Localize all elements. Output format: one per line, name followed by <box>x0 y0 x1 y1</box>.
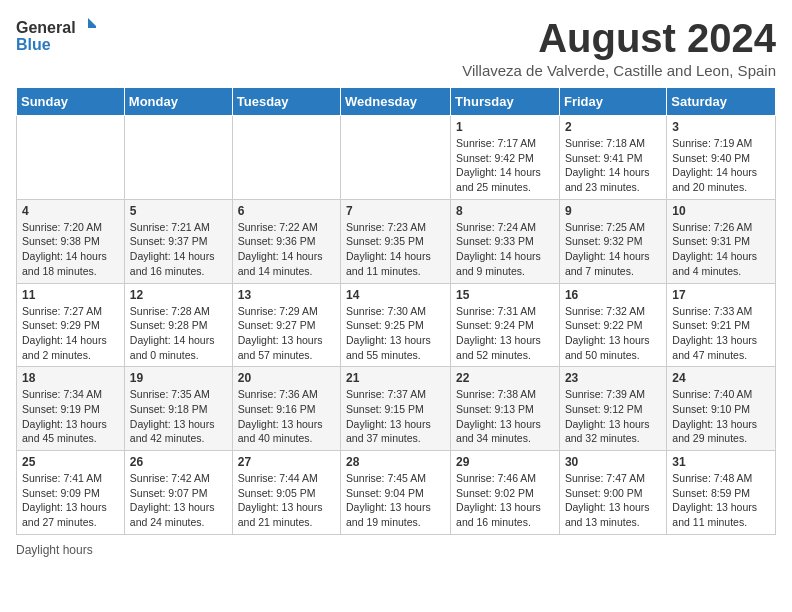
cell-content: Sunrise: 7:38 AM Sunset: 9:13 PM Dayligh… <box>456 387 554 446</box>
calendar-cell: 1 Sunrise: 7:17 AM Sunset: 9:42 PM Dayli… <box>451 116 560 200</box>
cell-content: Sunrise: 7:47 AM Sunset: 9:00 PM Dayligh… <box>565 471 661 530</box>
daylight-text: Daylight: 13 hours and 57 minutes. <box>238 334 323 361</box>
cell-content: Sunrise: 7:25 AM Sunset: 9:32 PM Dayligh… <box>565 220 661 279</box>
daylight-text: Daylight: 14 hours and 20 minutes. <box>672 166 757 193</box>
daylight-text: Daylight: 13 hours and 16 minutes. <box>456 501 541 528</box>
sunrise-text: Sunrise: 7:33 AM <box>672 305 752 317</box>
day-number: 29 <box>456 455 554 469</box>
cell-content: Sunrise: 7:35 AM Sunset: 9:18 PM Dayligh… <box>130 387 227 446</box>
sunrise-text: Sunrise: 7:36 AM <box>238 388 318 400</box>
day-number: 20 <box>238 371 335 385</box>
calendar-cell: 6 Sunrise: 7:22 AM Sunset: 9:36 PM Dayli… <box>232 199 340 283</box>
daylight-text: Daylight: 13 hours and 52 minutes. <box>456 334 541 361</box>
svg-marker-2 <box>88 18 96 28</box>
calendar-cell: 9 Sunrise: 7:25 AM Sunset: 9:32 PM Dayli… <box>559 199 666 283</box>
title-block: August 2024 Villaveza de Valverde, Casti… <box>462 16 776 79</box>
sunrise-text: Sunrise: 7:22 AM <box>238 221 318 233</box>
cell-content: Sunrise: 7:19 AM Sunset: 9:40 PM Dayligh… <box>672 136 770 195</box>
calendar-cell: 30 Sunrise: 7:47 AM Sunset: 9:00 PM Dayl… <box>559 451 666 535</box>
sunrise-text: Sunrise: 7:38 AM <box>456 388 536 400</box>
sunrise-text: Sunrise: 7:37 AM <box>346 388 426 400</box>
calendar-week-1: 1 Sunrise: 7:17 AM Sunset: 9:42 PM Dayli… <box>17 116 776 200</box>
sunrise-text: Sunrise: 7:30 AM <box>346 305 426 317</box>
sunset-text: Sunset: 9:32 PM <box>565 235 643 247</box>
cell-content: Sunrise: 7:29 AM Sunset: 9:27 PM Dayligh… <box>238 304 335 363</box>
day-number: 6 <box>238 204 335 218</box>
calendar-header-saturday: Saturday <box>667 88 776 116</box>
sunset-text: Sunset: 9:07 PM <box>130 487 208 499</box>
sunset-text: Sunset: 9:05 PM <box>238 487 316 499</box>
svg-text:General: General <box>16 19 76 36</box>
daylight-text: Daylight: 13 hours and 32 minutes. <box>565 418 650 445</box>
sunset-text: Sunset: 9:15 PM <box>346 403 424 415</box>
sunrise-text: Sunrise: 7:40 AM <box>672 388 752 400</box>
cell-content: Sunrise: 7:23 AM Sunset: 9:35 PM Dayligh… <box>346 220 445 279</box>
day-number: 4 <box>22 204 119 218</box>
day-number: 28 <box>346 455 445 469</box>
cell-content: Sunrise: 7:33 AM Sunset: 9:21 PM Dayligh… <box>672 304 770 363</box>
calendar-cell: 31 Sunrise: 7:48 AM Sunset: 8:59 PM Dayl… <box>667 451 776 535</box>
cell-content: Sunrise: 7:21 AM Sunset: 9:37 PM Dayligh… <box>130 220 227 279</box>
calendar-cell: 13 Sunrise: 7:29 AM Sunset: 9:27 PM Dayl… <box>232 283 340 367</box>
sunrise-text: Sunrise: 7:24 AM <box>456 221 536 233</box>
cell-content: Sunrise: 7:45 AM Sunset: 9:04 PM Dayligh… <box>346 471 445 530</box>
day-number: 18 <box>22 371 119 385</box>
daylight-text: Daylight: 13 hours and 29 minutes. <box>672 418 757 445</box>
sunset-text: Sunset: 9:42 PM <box>456 152 534 164</box>
day-number: 27 <box>238 455 335 469</box>
daylight-text: Daylight: 13 hours and 50 minutes. <box>565 334 650 361</box>
cell-content: Sunrise: 7:32 AM Sunset: 9:22 PM Dayligh… <box>565 304 661 363</box>
sunset-text: Sunset: 9:21 PM <box>672 319 750 331</box>
sunset-text: Sunset: 9:19 PM <box>22 403 100 415</box>
day-number: 17 <box>672 288 770 302</box>
cell-content: Sunrise: 7:24 AM Sunset: 9:33 PM Dayligh… <box>456 220 554 279</box>
cell-content: Sunrise: 7:48 AM Sunset: 8:59 PM Dayligh… <box>672 471 770 530</box>
sunrise-text: Sunrise: 7:32 AM <box>565 305 645 317</box>
calendar-week-3: 11 Sunrise: 7:27 AM Sunset: 9:29 PM Dayl… <box>17 283 776 367</box>
sunrise-text: Sunrise: 7:25 AM <box>565 221 645 233</box>
day-number: 23 <box>565 371 661 385</box>
sunrise-text: Sunrise: 7:27 AM <box>22 305 102 317</box>
calendar-cell: 5 Sunrise: 7:21 AM Sunset: 9:37 PM Dayli… <box>124 199 232 283</box>
daylight-text: Daylight: 13 hours and 27 minutes. <box>22 501 107 528</box>
daylight-text: Daylight: 14 hours and 2 minutes. <box>22 334 107 361</box>
calendar-header-row: SundayMondayTuesdayWednesdayThursdayFrid… <box>17 88 776 116</box>
cell-content: Sunrise: 7:18 AM Sunset: 9:41 PM Dayligh… <box>565 136 661 195</box>
daylight-text: Daylight: 13 hours and 40 minutes. <box>238 418 323 445</box>
day-number: 16 <box>565 288 661 302</box>
day-number: 15 <box>456 288 554 302</box>
calendar-cell: 20 Sunrise: 7:36 AM Sunset: 9:16 PM Dayl… <box>232 367 340 451</box>
cell-content: Sunrise: 7:28 AM Sunset: 9:28 PM Dayligh… <box>130 304 227 363</box>
calendar-cell: 23 Sunrise: 7:39 AM Sunset: 9:12 PM Dayl… <box>559 367 666 451</box>
sunrise-text: Sunrise: 7:41 AM <box>22 472 102 484</box>
daylight-text: Daylight: 13 hours and 11 minutes. <box>672 501 757 528</box>
calendar-cell <box>17 116 125 200</box>
sunrise-text: Sunrise: 7:29 AM <box>238 305 318 317</box>
sunset-text: Sunset: 9:35 PM <box>346 235 424 247</box>
cell-content: Sunrise: 7:40 AM Sunset: 9:10 PM Dayligh… <box>672 387 770 446</box>
sunset-text: Sunset: 9:02 PM <box>456 487 534 499</box>
day-number: 14 <box>346 288 445 302</box>
calendar-cell: 29 Sunrise: 7:46 AM Sunset: 9:02 PM Dayl… <box>451 451 560 535</box>
day-number: 1 <box>456 120 554 134</box>
sunrise-text: Sunrise: 7:34 AM <box>22 388 102 400</box>
day-number: 3 <box>672 120 770 134</box>
sunrise-text: Sunrise: 7:42 AM <box>130 472 210 484</box>
sunset-text: Sunset: 9:38 PM <box>22 235 100 247</box>
day-number: 31 <box>672 455 770 469</box>
calendar-header-wednesday: Wednesday <box>341 88 451 116</box>
cell-content: Sunrise: 7:27 AM Sunset: 9:29 PM Dayligh… <box>22 304 119 363</box>
sunset-text: Sunset: 9:41 PM <box>565 152 643 164</box>
sunset-text: Sunset: 8:59 PM <box>672 487 750 499</box>
sunrise-text: Sunrise: 7:35 AM <box>130 388 210 400</box>
cell-content: Sunrise: 7:42 AM Sunset: 9:07 PM Dayligh… <box>130 471 227 530</box>
calendar-cell: 2 Sunrise: 7:18 AM Sunset: 9:41 PM Dayli… <box>559 116 666 200</box>
calendar-cell: 4 Sunrise: 7:20 AM Sunset: 9:38 PM Dayli… <box>17 199 125 283</box>
cell-content: Sunrise: 7:34 AM Sunset: 9:19 PM Dayligh… <box>22 387 119 446</box>
calendar-week-2: 4 Sunrise: 7:20 AM Sunset: 9:38 PM Dayli… <box>17 199 776 283</box>
day-number: 11 <box>22 288 119 302</box>
sunrise-text: Sunrise: 7:20 AM <box>22 221 102 233</box>
daylight-text: Daylight: 14 hours and 9 minutes. <box>456 250 541 277</box>
calendar-header-thursday: Thursday <box>451 88 560 116</box>
sunrise-text: Sunrise: 7:48 AM <box>672 472 752 484</box>
